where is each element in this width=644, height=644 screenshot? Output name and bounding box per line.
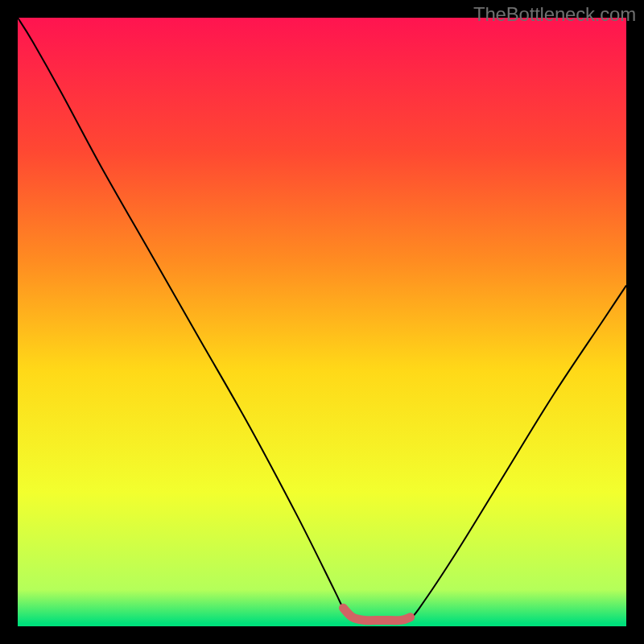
gradient-background [18,18,626,626]
chart-stage: TheBottleneck.com [0,0,644,644]
chart-svg [18,18,626,626]
plot-area [18,18,626,626]
watermark-text: TheBottleneck.com [473,3,636,26]
